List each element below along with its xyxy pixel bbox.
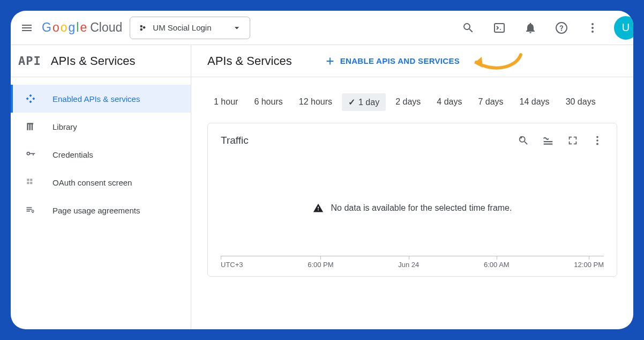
warning-icon [313, 203, 324, 213]
time-filter-4d[interactable]: 4 days [430, 93, 468, 111]
key-icon [25, 149, 36, 160]
x-tick: 12:00 PM [574, 261, 604, 269]
card-header: Traffic [221, 134, 604, 147]
time-filter-14d[interactable]: 14 days [513, 93, 556, 111]
svg-point-2 [140, 28, 143, 31]
sidebar-item-label: OAuth consent screen [53, 178, 132, 187]
sidebar-nav: Enabled APIs & services Library Credenti… [11, 77, 191, 224]
traffic-card: Traffic [207, 123, 617, 277]
sidebar-item-agreements[interactable]: Page usage agreements [11, 196, 191, 224]
project-picker[interactable]: UM Social Login [130, 17, 250, 39]
empty-message: No data is available for the selected ti… [331, 203, 512, 213]
svg-point-0 [140, 25, 143, 27]
x-tick: 6:00 AM [484, 261, 510, 269]
sidebar-item-library[interactable]: Library [11, 113, 191, 141]
sidebar-item-label: Credentials [53, 150, 93, 159]
plus-icon [324, 55, 336, 67]
menu-icon[interactable] [19, 20, 34, 35]
svg-point-1 [143, 26, 146, 29]
sidebar: API APIs & Services Enabled APIs & servi… [11, 45, 191, 329]
api-logo-icon: API [18, 54, 41, 68]
x-tick: UTC+3 [221, 261, 243, 269]
chevron-down-icon [231, 23, 242, 33]
sidebar-item-label: Library [53, 122, 77, 131]
svg-point-9 [32, 210, 34, 212]
top-bar: Google Cloud UM Social Login U [11, 11, 633, 45]
time-filter-1h[interactable]: 1 hour [207, 93, 244, 111]
svg-point-10 [596, 136, 598, 138]
help-icon[interactable] [550, 16, 573, 40]
project-icon [138, 23, 147, 33]
chart-legend-icon[interactable] [542, 134, 555, 147]
svg-point-12 [596, 143, 598, 145]
time-filter-6h[interactable]: 6 hours [248, 93, 289, 111]
body: API APIs & Services Enabled APIs & servi… [11, 45, 633, 329]
sidebar-header: API APIs & Services [11, 45, 191, 77]
main: APIs & Services ENABLE APIS AND SERVICES… [191, 45, 633, 329]
chart-more-icon[interactable] [591, 134, 604, 147]
library-icon [25, 121, 36, 132]
svg-point-7 [591, 27, 594, 29]
more-icon[interactable] [581, 16, 604, 40]
search-icon[interactable] [456, 16, 480, 40]
chart-body: No data is available for the selected ti… [221, 160, 604, 256]
sidebar-item-label: Page usage agreements [53, 206, 140, 215]
chart-reset-zoom-icon[interactable] [517, 134, 530, 147]
svg-point-8 [591, 31, 594, 33]
sidebar-item-oauth-consent[interactable]: OAuth consent screen [11, 168, 191, 196]
notifications-icon[interactable] [519, 16, 542, 40]
page-title: APIs & Services [207, 54, 292, 68]
svg-point-6 [591, 23, 594, 25]
time-filter-2d[interactable]: 2 days [389, 93, 427, 111]
cloud-shell-icon[interactable] [488, 16, 511, 40]
main-header: APIs & Services ENABLE APIS AND SERVICES [191, 45, 633, 77]
enable-apis-button[interactable]: ENABLE APIS AND SERVICES [324, 55, 460, 67]
svg-rect-3 [495, 24, 504, 32]
time-filters: 1 hour 6 hours 12 hours 1 day 2 days 4 d… [191, 77, 633, 123]
time-filter-7d[interactable]: 7 days [471, 93, 510, 111]
x-tick: 6:00 PM [308, 261, 333, 269]
avatar[interactable]: U [614, 16, 633, 40]
sidebar-item-enabled-apis[interactable]: Enabled APIs & services [11, 85, 191, 113]
sidebar-item-credentials[interactable]: Credentials [11, 141, 191, 168]
time-filter-30d[interactable]: 30 days [559, 93, 602, 111]
app-window: Google Cloud UM Social Login U [11, 11, 633, 329]
card-title: Traffic [221, 135, 249, 146]
time-filter-12h[interactable]: 12 hours [293, 93, 339, 111]
sidebar-title: APIs & Services [51, 54, 136, 68]
fullscreen-icon[interactable] [566, 134, 579, 147]
time-filter-1d[interactable]: 1 day [342, 93, 386, 111]
brand-logo[interactable]: Google Cloud [42, 20, 122, 35]
project-name: UM Social Login [153, 23, 211, 32]
svg-point-4 [500, 29, 501, 30]
chart-x-axis: UTC+3 6:00 PM Jun 24 6:00 AM 12:00 PM [221, 256, 604, 269]
sidebar-item-label: Enabled APIs & services [53, 94, 140, 104]
svg-point-11 [596, 139, 598, 142]
card-tools [517, 134, 604, 147]
brand-suffix: Cloud [90, 20, 122, 35]
agreements-icon [25, 205, 36, 216]
consent-icon [25, 177, 36, 188]
diamond-icon [25, 93, 36, 104]
x-tick: Jun 24 [398, 261, 419, 269]
